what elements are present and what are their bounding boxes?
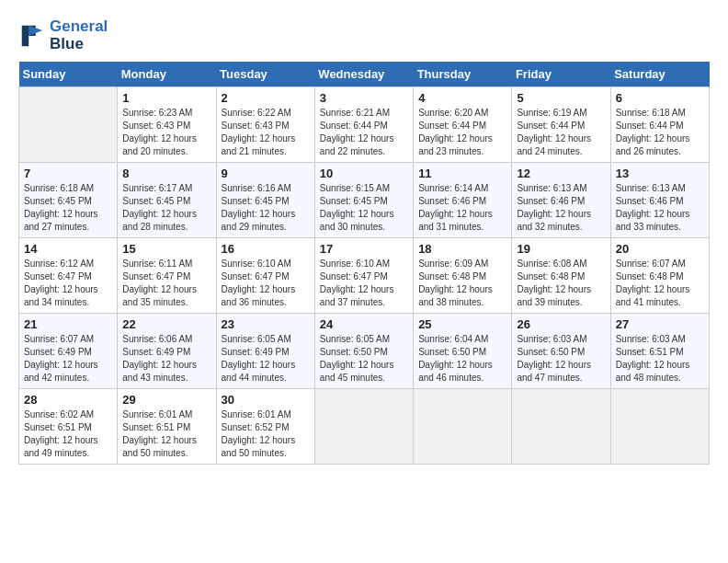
day-info: Sunrise: 6:16 AM Sunset: 6:45 PM Dayligh… (222, 182, 310, 234)
day-cell: 29Sunrise: 6:01 AM Sunset: 6:51 PM Dayli… (118, 389, 216, 465)
day-cell (19, 87, 118, 163)
day-cell: 4Sunrise: 6:20 AM Sunset: 6:44 PM Daylig… (414, 87, 512, 163)
day-cell: 10Sunrise: 6:15 AM Sunset: 6:45 PM Dayli… (314, 163, 413, 238)
day-cell: 6Sunrise: 6:18 AM Sunset: 6:44 PM Daylig… (610, 87, 709, 163)
header-cell-monday: Monday (118, 62, 216, 87)
day-info: Sunrise: 6:11 AM Sunset: 6:47 PM Dayligh… (122, 258, 210, 309)
day-info: Sunrise: 6:13 AM Sunset: 6:46 PM Dayligh… (517, 182, 605, 234)
logo-text: GeneralBlue (50, 18, 108, 52)
day-cell: 2Sunrise: 6:22 AM Sunset: 6:43 PM Daylig… (216, 87, 314, 163)
day-info: Sunrise: 6:09 AM Sunset: 6:48 PM Dayligh… (418, 258, 506, 309)
day-cell: 17Sunrise: 6:10 AM Sunset: 6:47 PM Dayli… (314, 238, 413, 314)
day-number: 13 (616, 167, 704, 180)
day-number: 29 (122, 393, 210, 407)
week-row-2: 7Sunrise: 6:18 AM Sunset: 6:45 PM Daylig… (19, 163, 710, 238)
day-cell (414, 389, 512, 465)
day-info: Sunrise: 6:01 AM Sunset: 6:52 PM Dayligh… (222, 408, 310, 460)
header-cell-tuesday: Tuesday (216, 62, 314, 87)
header-cell-friday: Friday (512, 62, 610, 87)
day-cell: 23Sunrise: 6:05 AM Sunset: 6:49 PM Dayli… (216, 314, 314, 389)
day-cell: 5Sunrise: 6:19 AM Sunset: 6:44 PM Daylig… (512, 87, 610, 163)
day-number: 19 (517, 242, 605, 256)
day-number: 28 (24, 393, 112, 407)
day-info: Sunrise: 6:13 AM Sunset: 6:46 PM Dayligh… (616, 182, 704, 234)
day-cell: 20Sunrise: 6:07 AM Sunset: 6:48 PM Dayli… (610, 238, 709, 314)
day-cell: 16Sunrise: 6:10 AM Sunset: 6:47 PM Dayli… (216, 238, 314, 314)
header-cell-saturday: Saturday (610, 62, 709, 87)
day-number: 1 (122, 91, 210, 105)
day-info: Sunrise: 6:04 AM Sunset: 6:50 PM Dayligh… (418, 333, 506, 385)
day-info: Sunrise: 6:07 AM Sunset: 6:48 PM Dayligh… (616, 258, 704, 309)
day-info: Sunrise: 6:14 AM Sunset: 6:46 PM Dayligh… (418, 182, 506, 234)
header: GeneralBlue (18, 18, 710, 52)
day-number: 14 (24, 242, 112, 256)
day-number: 2 (222, 91, 310, 105)
day-info: Sunrise: 6:06 AM Sunset: 6:49 PM Dayligh… (122, 333, 210, 385)
day-cell: 30Sunrise: 6:01 AM Sunset: 6:52 PM Dayli… (216, 389, 314, 465)
day-number: 27 (616, 317, 704, 331)
day-cell: 15Sunrise: 6:11 AM Sunset: 6:47 PM Dayli… (118, 238, 216, 314)
day-info: Sunrise: 6:17 AM Sunset: 6:45 PM Dayligh… (122, 182, 210, 234)
calendar-header-row: SundayMondayTuesdayWednesdayThursdayFrid… (19, 62, 710, 87)
day-number: 9 (222, 167, 310, 180)
day-cell: 1Sunrise: 6:23 AM Sunset: 6:43 PM Daylig… (118, 87, 216, 163)
week-row-4: 21Sunrise: 6:07 AM Sunset: 6:49 PM Dayli… (19, 314, 710, 389)
day-number: 25 (418, 317, 506, 331)
day-info: Sunrise: 6:21 AM Sunset: 6:44 PM Dayligh… (320, 107, 408, 158)
day-cell: 12Sunrise: 6:13 AM Sunset: 6:46 PM Dayli… (512, 163, 610, 238)
day-number: 20 (616, 242, 704, 256)
day-info: Sunrise: 6:03 AM Sunset: 6:51 PM Dayligh… (616, 333, 704, 385)
header-cell-thursday: Thursday (414, 62, 512, 87)
day-number: 10 (320, 167, 408, 180)
day-cell: 21Sunrise: 6:07 AM Sunset: 6:49 PM Dayli… (19, 314, 118, 389)
day-cell: 8Sunrise: 6:17 AM Sunset: 6:45 PM Daylig… (118, 163, 216, 238)
day-number: 26 (517, 317, 605, 331)
day-cell: 19Sunrise: 6:08 AM Sunset: 6:48 PM Dayli… (512, 238, 610, 314)
day-cell: 28Sunrise: 6:02 AM Sunset: 6:51 PM Dayli… (19, 389, 118, 465)
day-cell: 9Sunrise: 6:16 AM Sunset: 6:45 PM Daylig… (216, 163, 314, 238)
day-info: Sunrise: 6:18 AM Sunset: 6:44 PM Dayligh… (616, 107, 704, 158)
day-number: 6 (616, 91, 704, 105)
day-info: Sunrise: 6:05 AM Sunset: 6:50 PM Dayligh… (320, 333, 408, 385)
day-info: Sunrise: 6:15 AM Sunset: 6:45 PM Dayligh… (320, 182, 408, 234)
day-info: Sunrise: 6:23 AM Sunset: 6:43 PM Dayligh… (122, 107, 210, 158)
logo: GeneralBlue (18, 18, 108, 52)
header-cell-wednesday: Wednesday (314, 62, 413, 87)
day-number: 3 (320, 91, 408, 105)
day-cell (610, 389, 709, 465)
day-number: 7 (24, 167, 112, 180)
day-info: Sunrise: 6:08 AM Sunset: 6:48 PM Dayligh… (517, 258, 605, 309)
day-cell: 18Sunrise: 6:09 AM Sunset: 6:48 PM Dayli… (414, 238, 512, 314)
calendar-table: SundayMondayTuesdayWednesdayThursdayFrid… (18, 62, 710, 465)
day-number: 8 (122, 167, 210, 180)
day-cell: 3Sunrise: 6:21 AM Sunset: 6:44 PM Daylig… (314, 87, 413, 163)
day-cell (512, 389, 610, 465)
day-info: Sunrise: 6:10 AM Sunset: 6:47 PM Dayligh… (222, 258, 310, 309)
day-info: Sunrise: 6:02 AM Sunset: 6:51 PM Dayligh… (24, 408, 112, 460)
day-cell: 25Sunrise: 6:04 AM Sunset: 6:50 PM Dayli… (414, 314, 512, 389)
day-number: 30 (222, 393, 310, 407)
day-number: 17 (320, 242, 408, 256)
day-number: 18 (418, 242, 506, 256)
day-cell: 22Sunrise: 6:06 AM Sunset: 6:49 PM Dayli… (118, 314, 216, 389)
day-number: 21 (24, 317, 112, 331)
day-number: 11 (418, 167, 506, 180)
day-info: Sunrise: 6:07 AM Sunset: 6:49 PM Dayligh… (24, 333, 112, 385)
day-number: 16 (222, 242, 310, 256)
day-cell: 26Sunrise: 6:03 AM Sunset: 6:50 PM Dayli… (512, 314, 610, 389)
day-number: 23 (222, 317, 310, 331)
day-cell: 7Sunrise: 6:18 AM Sunset: 6:45 PM Daylig… (19, 163, 118, 238)
week-row-3: 14Sunrise: 6:12 AM Sunset: 6:47 PM Dayli… (19, 238, 710, 314)
day-info: Sunrise: 6:05 AM Sunset: 6:49 PM Dayligh… (222, 333, 310, 385)
week-row-1: 1Sunrise: 6:23 AM Sunset: 6:43 PM Daylig… (19, 87, 710, 163)
day-cell: 13Sunrise: 6:13 AM Sunset: 6:46 PM Dayli… (610, 163, 709, 238)
day-number: 4 (418, 91, 506, 105)
day-info: Sunrise: 6:01 AM Sunset: 6:51 PM Dayligh… (122, 408, 210, 460)
header-cell-sunday: Sunday (19, 62, 118, 87)
day-number: 5 (517, 91, 605, 105)
day-cell: 24Sunrise: 6:05 AM Sunset: 6:50 PM Dayli… (314, 314, 413, 389)
day-info: Sunrise: 6:20 AM Sunset: 6:44 PM Dayligh… (418, 107, 506, 158)
day-info: Sunrise: 6:19 AM Sunset: 6:44 PM Dayligh… (517, 107, 605, 158)
day-info: Sunrise: 6:22 AM Sunset: 6:43 PM Dayligh… (222, 107, 310, 158)
day-cell (314, 389, 413, 465)
